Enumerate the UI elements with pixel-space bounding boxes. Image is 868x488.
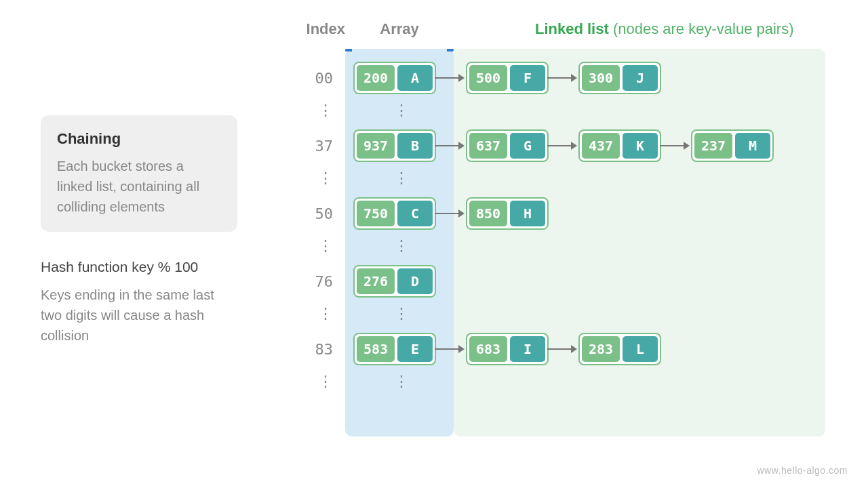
node-key: 937 (357, 133, 395, 159)
footer-attribution: www.hello-algo.com (757, 465, 848, 476)
node-key: 200 (357, 65, 395, 91)
index-label: 76 (277, 273, 333, 290)
vertical-ellipsis-icon: ⋮ (394, 169, 409, 187)
node: 200A (353, 62, 436, 94)
bucket-row-37: 37 937B 637G 437K 237M (277, 129, 774, 163)
arrow-icon (435, 348, 465, 350)
arrow-icon (435, 145, 465, 146)
node: 237M (691, 129, 774, 162)
node: 500F (466, 62, 549, 94)
arrow-icon (547, 348, 577, 350)
node-key: 500 (469, 65, 507, 91)
vertical-ellipsis-icon: ⋮ (318, 102, 333, 119)
index-label: 00 (277, 70, 333, 87)
column-headers: Index Array Linked list (nodes are key-v… (277, 20, 794, 38)
vertical-ellipsis-icon: ⋮ (394, 373, 409, 390)
vertical-ellipsis-icon: ⋮ (318, 305, 333, 323)
arrow-icon (547, 145, 577, 146)
index-label: 83 (277, 341, 333, 358)
node: 583E (353, 333, 436, 365)
node-value: E (397, 336, 433, 362)
node: 850H (466, 197, 549, 230)
hash-collision-note: Keys ending in the same last two digits … (41, 285, 237, 346)
node-value: G (510, 133, 545, 159)
node-value: F (510, 65, 545, 91)
node: 300J (578, 62, 661, 94)
array-bracket-right-icon (447, 49, 454, 52)
node: 276D (353, 265, 436, 298)
node: 750C (353, 197, 436, 230)
bucket-row-83: 83 583E 683I 283L (277, 332, 661, 366)
card-title: Chaining (57, 130, 221, 148)
card-body: Each bucket stores a linked list, contai… (57, 156, 221, 217)
arrow-icon (547, 77, 577, 79)
node: 937B (353, 129, 436, 162)
node-key: 437 (582, 133, 620, 159)
header-index: Index (277, 20, 345, 38)
node-value: M (735, 133, 770, 159)
node-value: J (623, 65, 658, 91)
arrow-icon (660, 145, 690, 146)
node: 437K (578, 129, 661, 162)
explanation-panel: Chaining Each bucket stores a linked lis… (41, 115, 237, 346)
arrow-icon (435, 77, 465, 79)
node-value: K (623, 133, 658, 159)
node-key: 283 (582, 336, 620, 362)
node: 637G (466, 129, 549, 162)
node-key: 583 (357, 336, 395, 362)
node-value: D (397, 268, 433, 294)
node-value: A (397, 65, 433, 91)
node-value: L (623, 336, 658, 362)
index-label: 37 (277, 138, 333, 155)
node: 683I (466, 333, 549, 365)
node-key: 637 (469, 133, 507, 159)
node-key: 750 (357, 201, 395, 226)
arrow-icon (435, 213, 465, 214)
node-key: 683 (469, 336, 507, 362)
bucket-row-50: 50 750C 850H (277, 197, 549, 230)
node-key: 850 (469, 201, 507, 226)
node-value: B (397, 133, 433, 159)
hash-function-label: Hash function key % 100 (41, 259, 237, 275)
vertical-ellipsis-icon: ⋮ (318, 373, 333, 390)
node-key: 300 (582, 65, 620, 91)
array-bracket-left-icon (345, 49, 352, 52)
header-linked-list: Linked list (nodes are key-value pairs) (535, 20, 794, 38)
vertical-ellipsis-icon: ⋮ (394, 102, 409, 119)
node-key: 276 (357, 268, 395, 294)
vertical-ellipsis-icon: ⋮ (394, 237, 409, 255)
chaining-card: Chaining Each bucket stores a linked lis… (41, 115, 237, 232)
bucket-row-76: 76 276D (277, 264, 436, 298)
node-key: 237 (694, 133, 732, 159)
vertical-ellipsis-icon: ⋮ (394, 305, 409, 323)
vertical-ellipsis-icon: ⋮ (318, 169, 333, 187)
index-label: 50 (277, 205, 333, 222)
bucket-row-00: 00 200A 500F 300J (277, 61, 661, 95)
node-value: I (510, 336, 545, 362)
linked-list-background (454, 49, 825, 436)
node: 283L (578, 333, 661, 365)
vertical-ellipsis-icon: ⋮ (318, 237, 333, 255)
header-array: Array (345, 20, 454, 38)
node-value: H (510, 201, 545, 226)
node-value: C (397, 201, 433, 226)
